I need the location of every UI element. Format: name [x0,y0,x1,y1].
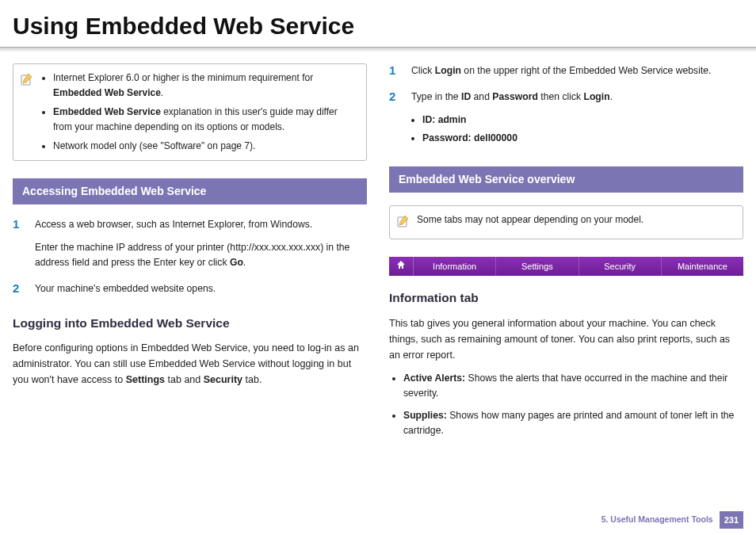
subheading-information-tab: Information tab [389,289,743,307]
step-text: Click Login on the upper right of the Em… [411,63,743,78]
tab-home[interactable] [389,257,414,276]
step-body: Type in the ID and Password then click L… [411,90,743,149]
info-bullets: Active Alerts: Shows the alerts that hav… [389,371,743,439]
note-box: Some tabs may not appear depending on yo… [389,205,743,240]
step-text: Your machine's embedded website opens. [35,281,367,296]
title-underline [0,47,756,52]
step-number: 2 [389,90,402,149]
section-heading-overview: Embedded Web Service overview [389,166,743,193]
step-number: 2 [13,281,25,296]
note-list: Internet Explorer 6.0 or higher is the m… [40,71,358,154]
pencil-note-icon [20,72,34,154]
home-icon [396,260,406,273]
tab-label: Information [433,260,476,273]
step: 2 Type in the ID and Password then click… [389,90,743,149]
step-body: Click Login on the upper right of the Em… [411,63,743,78]
tab-security[interactable]: Security [579,257,662,276]
subheading-logging-in: Logging into Embedded Web Service [13,314,367,332]
tab-maintenance[interactable]: Maintenance [662,257,743,276]
right-column: 1 Click Login on the upper right of the … [389,63,743,446]
content-columns: Internet Explorer 6.0 or higher is the m… [0,63,756,446]
note-item: Embedded Web Service explanation in this… [53,105,358,134]
tab-label: Maintenance [678,260,727,273]
note-item: Internet Explorer 6.0 or higher is the m… [53,71,358,100]
tab-label: Settings [521,260,553,273]
step: 1 Access a web browser, such as Internet… [13,217,367,270]
step-text: Access a web browser, such as Internet E… [35,217,367,232]
body-paragraph: Before configuring options in Embedded W… [13,340,367,388]
body-paragraph: This tab gives you general information a… [389,315,743,363]
tab-information[interactable]: Information [414,257,496,276]
note-box: Internet Explorer 6.0 or higher is the m… [13,63,367,161]
section-heading-accessing: Accessing Embedded Web Service [13,178,367,204]
note-item: Network model only (see "Software" on pa… [53,139,358,154]
credential-password: Password: dell00000 [422,131,743,146]
footer-chapter: 5. Useful Management Tools [601,514,713,526]
pencil-note-icon [396,214,410,233]
credential-id: ID: admin [422,113,743,128]
step-number: 1 [389,63,402,78]
step: 2 Your machine's embedded website opens. [13,281,367,296]
credentials-list: ID: admin Password: dell00000 [411,113,743,146]
step-text: Type in the ID and Password then click L… [411,90,743,105]
left-column: Internet Explorer 6.0 or higher is the m… [13,63,367,446]
list-item: Supplies: Shows how many pages are print… [403,408,743,438]
tab-label: Security [604,260,636,273]
footer-page-number: 231 [720,511,743,529]
ews-tabbar: Information Settings Security Maintenanc… [389,257,743,276]
list-item: Active Alerts: Shows the alerts that hav… [403,371,743,401]
page-title: Using Embedded Web Service [0,0,756,47]
note-text: Some tabs may not appear depending on yo… [417,212,735,233]
step-number: 1 [13,217,25,270]
step-body: Access a web browser, such as Internet E… [35,217,367,270]
step-text: Enter the machine IP address of your pri… [35,240,367,270]
tab-settings[interactable]: Settings [496,257,578,276]
page-footer: 5. Useful Management Tools 231 [601,511,743,529]
step-body: Your machine's embedded website opens. [35,281,367,296]
step: 1 Click Login on the upper right of the … [389,63,743,78]
